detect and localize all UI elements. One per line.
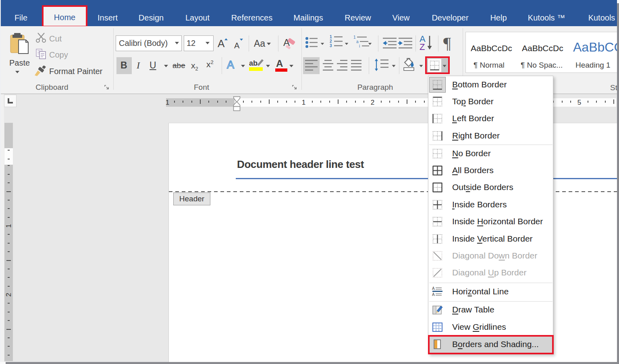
svg-text:A: A xyxy=(276,58,283,69)
svg-text:Z: Z xyxy=(420,42,425,51)
svg-text:3: 3 xyxy=(330,43,332,48)
svg-text:A: A xyxy=(432,286,435,291)
svg-text:ab: ab xyxy=(249,59,258,67)
svg-text:1: 1 xyxy=(353,35,356,39)
svg-text:i: i xyxy=(359,44,360,48)
svg-text:¶: ¶ xyxy=(443,35,451,51)
svg-text:1: 1 xyxy=(330,35,332,39)
svg-text:a: a xyxy=(356,39,359,44)
svg-text:A: A xyxy=(432,292,435,297)
svg-text:2: 2 xyxy=(330,39,332,43)
